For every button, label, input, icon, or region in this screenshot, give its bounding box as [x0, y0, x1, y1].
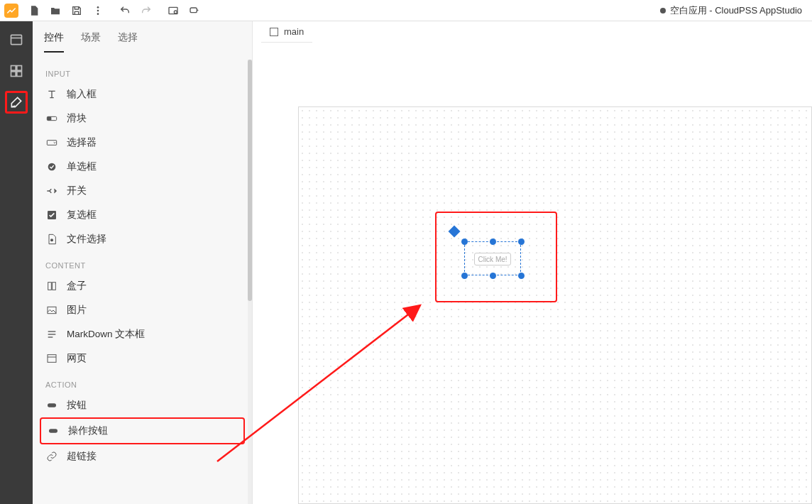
new-file-button[interactable]	[26, 2, 43, 19]
unsaved-indicator-dot	[660, 8, 666, 13]
svg-point-15	[48, 163, 56, 171]
widget-label: 输入框	[67, 88, 97, 101]
section-header-content: CONTENT	[40, 251, 245, 274]
activity-pages[interactable]	[5, 28, 28, 51]
widget-input-text[interactable]: 输入框	[40, 82, 245, 106]
widget-label: 文件选择	[67, 233, 106, 246]
svg-rect-24	[48, 355, 56, 363]
widget-label: 滑块	[67, 112, 87, 125]
widget-label: 网页	[67, 352, 87, 365]
box-icon	[45, 280, 58, 292]
widget-label: 操作按钮	[68, 424, 108, 437]
svg-rect-5	[190, 8, 197, 13]
widget-switch[interactable]: 开关	[40, 179, 245, 203]
widget-file[interactable]: 文件选择	[40, 227, 245, 251]
widget-label: 盒子	[67, 280, 87, 292]
tab-scenes[interactable]: 场景	[81, 31, 101, 53]
widget-label: 超链接	[67, 450, 97, 463]
activity-widgets[interactable]	[5, 91, 28, 114]
svg-point-4	[174, 11, 177, 13]
widget-image[interactable]: 图片	[40, 298, 245, 322]
widget-slider[interactable]: 滑块	[40, 106, 245, 131]
widget-label: 图片	[67, 304, 87, 317]
file-icon	[45, 233, 58, 246]
selected-widget[interactable]: Click Me!	[464, 241, 521, 275]
radio-icon	[45, 160, 58, 173]
switch-icon	[45, 185, 58, 197]
widget-label: 开关	[67, 185, 87, 197]
widget-label: 按钮	[67, 399, 87, 412]
widget-action-button[interactable]: 操作按钮	[40, 417, 245, 444]
link-icon	[45, 450, 58, 463]
svg-point-17	[50, 239, 53, 241]
panel-tabs: 控件 场景 选择	[33, 21, 252, 53]
preview-button[interactable]	[165, 2, 182, 19]
panel-scrollbar[interactable]	[248, 60, 252, 504]
svg-rect-10	[11, 72, 16, 77]
redo-button[interactable]	[138, 2, 155, 19]
window-title: 空白应用 - CloudPSS AppStudio	[660, 0, 802, 21]
widget-hyperlink[interactable]: 超链接	[40, 444, 245, 469]
svg-rect-11	[17, 72, 22, 77]
svg-rect-27	[49, 429, 57, 432]
svg-rect-9	[17, 66, 22, 71]
markdown-icon	[45, 328, 58, 341]
artboard[interactable]	[298, 106, 812, 504]
run-button[interactable]	[186, 2, 203, 19]
resize-handle-s[interactable]	[490, 273, 496, 279]
svg-point-2	[97, 13, 99, 15]
action-button-icon	[47, 424, 60, 437]
activity-assets[interactable]	[5, 60, 28, 82]
resize-handle-n[interactable]	[490, 239, 496, 245]
section-header-action: ACTION	[40, 371, 245, 393]
resize-handle-sw[interactable]	[461, 273, 468, 279]
webpage-icon	[45, 352, 58, 365]
tab-select[interactable]: 选择	[118, 31, 138, 53]
image-icon	[45, 304, 58, 317]
button-icon	[45, 399, 58, 412]
svg-rect-26	[48, 403, 56, 407]
section-header-input: INPUT	[40, 60, 245, 82]
widget-label: 选择器	[67, 136, 97, 149]
resize-handle-se[interactable]	[518, 273, 525, 279]
checkbox-icon	[45, 209, 58, 221]
widget-label: MarkDown 文本框	[67, 328, 145, 341]
widget-box[interactable]: 盒子	[40, 274, 245, 298]
svg-rect-6	[11, 35, 22, 44]
svg-rect-8	[11, 66, 16, 71]
widgets-scroll[interactable]: INPUT 输入框 滑块 选择器 单选框 开关 复选框 文件选择 CONTENT…	[33, 53, 252, 504]
resize-handle-nw[interactable]	[461, 239, 468, 245]
widget-webpage[interactable]: 网页	[40, 346, 245, 371]
activity-bar	[0, 21, 33, 504]
widgets-panel: 控件 场景 选择 INPUT 输入框 滑块 选择器 单选框 开关 复选框 文件选…	[33, 21, 253, 504]
widget-label: 复选框	[67, 209, 97, 221]
app-logo	[4, 4, 18, 18]
svg-rect-13	[47, 116, 51, 120]
title-text: 空白应用 - CloudPSS AppStudio	[670, 0, 802, 21]
dropdown-icon	[45, 136, 58, 149]
widget-radio[interactable]: 单选框	[40, 155, 245, 179]
widget-button[interactable]: 按钮	[40, 393, 245, 417]
svg-rect-18	[48, 283, 52, 290]
canvas-tab-main[interactable]: main	[261, 21, 312, 43]
tab-widgets[interactable]: 控件	[44, 31, 64, 53]
save-button[interactable]	[68, 2, 85, 19]
svg-point-0	[97, 6, 99, 9]
open-folder-button[interactable]	[47, 2, 64, 19]
widget-label: 单选框	[67, 160, 97, 173]
slider-icon	[45, 112, 58, 125]
canvas-action-button[interactable]: Click Me!	[474, 253, 511, 265]
text-field-icon	[45, 88, 58, 101]
widget-checkbox[interactable]: 复选框	[40, 203, 245, 227]
widget-selector[interactable]: 选择器	[40, 131, 245, 155]
svg-rect-19	[53, 283, 56, 290]
undo-button[interactable]	[116, 2, 133, 19]
resize-handle-ne[interactable]	[518, 239, 525, 245]
canvas-tab-label: main	[284, 26, 304, 37]
widget-markdown[interactable]: MarkDown 文本框	[40, 322, 245, 346]
page-icon	[270, 28, 278, 36]
canvas-area[interactable]: main Click Me!	[253, 21, 812, 504]
more-menu-button[interactable]	[89, 2, 106, 19]
scrollbar-thumb[interactable]	[248, 60, 252, 301]
svg-point-1	[97, 9, 99, 11]
